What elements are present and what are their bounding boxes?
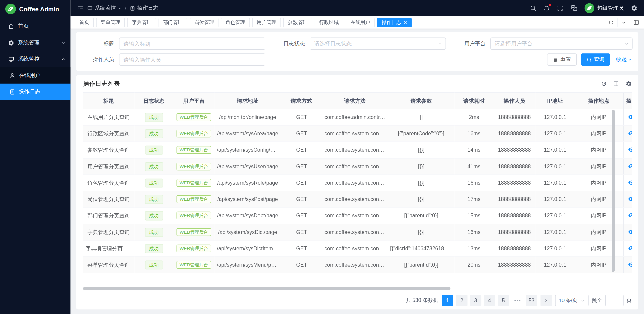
page-button-1[interactable]: 1 bbox=[442, 295, 453, 306]
view-detail-button[interactable] bbox=[627, 195, 632, 203]
column-header: IP地址 bbox=[536, 92, 575, 109]
cell-location: 内网IP bbox=[575, 125, 623, 142]
column-header: 标题 bbox=[83, 92, 134, 109]
tab-close-icon[interactable]: × bbox=[404, 20, 407, 25]
cell-request-method: GET bbox=[281, 207, 322, 224]
refresh-icon[interactable] bbox=[605, 18, 618, 27]
tab-label: 首页 bbox=[79, 19, 89, 26]
cell-request-params: [{"parentId":0}] bbox=[388, 257, 455, 273]
page-button-2[interactable]: 2 bbox=[456, 295, 467, 306]
layout-icon[interactable] bbox=[630, 18, 642, 27]
tab-item[interactable]: 首页 bbox=[75, 18, 94, 27]
tab-item[interactable]: 在线用户 bbox=[346, 18, 375, 27]
cell-location: 内网IP bbox=[575, 240, 623, 257]
chevron-down-icon bbox=[118, 6, 121, 10]
column-settings-gear-icon[interactable] bbox=[626, 81, 632, 87]
table-row: 岗位管理分页查询成功WEB管理后台/api/system/sysPost/pag… bbox=[83, 191, 632, 207]
translate-icon[interactable] bbox=[571, 5, 578, 12]
eye-icon bbox=[628, 212, 632, 219]
table-row: 部门管理分页查询成功WEB管理后台/api/system/sysDept/pag… bbox=[83, 207, 632, 224]
view-detail-button[interactable] bbox=[627, 146, 632, 154]
cell-title: 行政区域分页查询 bbox=[83, 125, 134, 142]
reset-button[interactable]: 重置 bbox=[547, 53, 577, 66]
menu-fold-icon[interactable] bbox=[77, 5, 84, 12]
user-platform-select[interactable]: 请选择用户平台 bbox=[490, 37, 633, 50]
cell-location: 内网IP bbox=[575, 191, 623, 207]
sidebar-item-online-users[interactable]: 在线用户 bbox=[0, 67, 71, 84]
view-detail-button[interactable] bbox=[627, 162, 632, 170]
horizontal-scrollbar-thumb[interactable] bbox=[83, 287, 450, 290]
log-status-select[interactable]: 请选择日志状态 bbox=[310, 37, 446, 50]
log-status-field: 日志状态 请选择日志状态 bbox=[282, 37, 446, 50]
page-button-5[interactable]: 5 bbox=[498, 295, 509, 306]
tab-item[interactable]: 用户管理 bbox=[252, 18, 281, 27]
tab-item[interactable]: 部门管理 bbox=[159, 18, 187, 27]
eye-icon bbox=[628, 114, 632, 120]
vertical-scrollbar[interactable] bbox=[612, 110, 615, 272]
cell-action bbox=[623, 109, 632, 125]
status-badge: 成功 bbox=[145, 162, 163, 171]
tab-item[interactable]: 角色管理 bbox=[221, 18, 250, 27]
settings-gear-icon[interactable] bbox=[631, 5, 638, 12]
refresh-icon[interactable] bbox=[601, 81, 607, 87]
next-page-button[interactable] bbox=[540, 295, 552, 306]
tab-options-chevron-icon[interactable] bbox=[617, 18, 630, 27]
platform-badge: WEB管理后台 bbox=[177, 195, 211, 203]
view-detail-button[interactable] bbox=[627, 113, 632, 121]
view-detail-button[interactable] bbox=[627, 244, 632, 252]
tab-item[interactable]: 岗位管理 bbox=[190, 18, 219, 27]
cell-request-method: GET bbox=[281, 109, 322, 125]
page-button-4[interactable]: 4 bbox=[484, 295, 495, 306]
notification-bell-icon[interactable] bbox=[543, 5, 550, 12]
cell-request-duration: 17ms bbox=[455, 191, 493, 207]
page-button-3[interactable]: 3 bbox=[470, 295, 481, 306]
tab-item[interactable]: 操作日志× bbox=[377, 18, 411, 27]
table-row: 在线用户分页查询成功WEB管理后台/api/monitor/online/pag… bbox=[83, 109, 632, 125]
title-input[interactable] bbox=[119, 37, 265, 50]
row-height-icon[interactable] bbox=[613, 81, 619, 87]
status-badge: 成功 bbox=[145, 129, 163, 138]
tab-item[interactable]: 参数管理 bbox=[283, 18, 312, 27]
view-detail-button[interactable] bbox=[627, 261, 632, 269]
cell-request-duration: 2ms bbox=[455, 109, 493, 125]
sidebar-item-system-monitoring[interactable]: 系统监控 bbox=[0, 51, 71, 67]
status-badge: 成功 bbox=[145, 145, 163, 154]
cell-location: 内网IP bbox=[575, 142, 623, 158]
cell-action bbox=[623, 207, 632, 224]
chevron-down-icon bbox=[438, 41, 442, 46]
tab-item[interactable]: 字典管理 bbox=[127, 18, 156, 27]
sidebar-item-system-management[interactable]: 系统管理 bbox=[0, 35, 71, 51]
page-size-select[interactable]: 10 条/页 bbox=[555, 295, 589, 306]
view-detail-button[interactable] bbox=[627, 179, 632, 187]
view-detail-button[interactable] bbox=[627, 129, 632, 137]
card-tools bbox=[601, 81, 632, 87]
cell-location: 内网IP bbox=[575, 109, 623, 125]
cell-request-duration: 13ms bbox=[455, 240, 493, 257]
tab-item[interactable]: 菜单管理 bbox=[96, 18, 125, 27]
cell-request-handler: com.coffee.system.controlle... bbox=[322, 158, 388, 175]
operator-input[interactable] bbox=[119, 53, 265, 66]
user-menu[interactable]: 超级管理员 bbox=[584, 3, 624, 13]
view-detail-button[interactable] bbox=[627, 211, 632, 219]
chevron-up-icon bbox=[628, 57, 632, 62]
search-button[interactable]: 查询 bbox=[581, 53, 610, 66]
cell-request-handler: com.coffee.system.controlle... bbox=[322, 125, 388, 142]
breadcrumb-parent[interactable]: 系统监控 bbox=[87, 4, 122, 12]
tab-label: 在线用户 bbox=[350, 19, 370, 26]
view-detail-button[interactable] bbox=[627, 228, 632, 236]
tab-item[interactable]: 行政区域 bbox=[315, 18, 343, 27]
tab-label: 菜单管理 bbox=[101, 19, 120, 26]
cell-user-platform: WEB管理后台 bbox=[173, 125, 214, 142]
cell-action bbox=[623, 175, 632, 191]
gear-icon bbox=[8, 40, 14, 46]
sidebar-item-home[interactable]: 首页 bbox=[0, 18, 71, 35]
search-icon[interactable] bbox=[530, 5, 537, 12]
jump-page-input[interactable] bbox=[605, 295, 624, 306]
cell-title: 部门管理分页查询 bbox=[83, 207, 134, 224]
app-logo[interactable]: Coffee Admin bbox=[0, 0, 71, 18]
cell-location: 内网IP bbox=[575, 224, 623, 240]
sidebar-item-operation-log[interactable]: 操作日志 bbox=[0, 84, 71, 100]
collapse-link[interactable]: 收起 bbox=[616, 56, 633, 63]
fullscreen-icon[interactable] bbox=[557, 5, 564, 12]
page-button-53[interactable]: 53 bbox=[526, 295, 537, 306]
